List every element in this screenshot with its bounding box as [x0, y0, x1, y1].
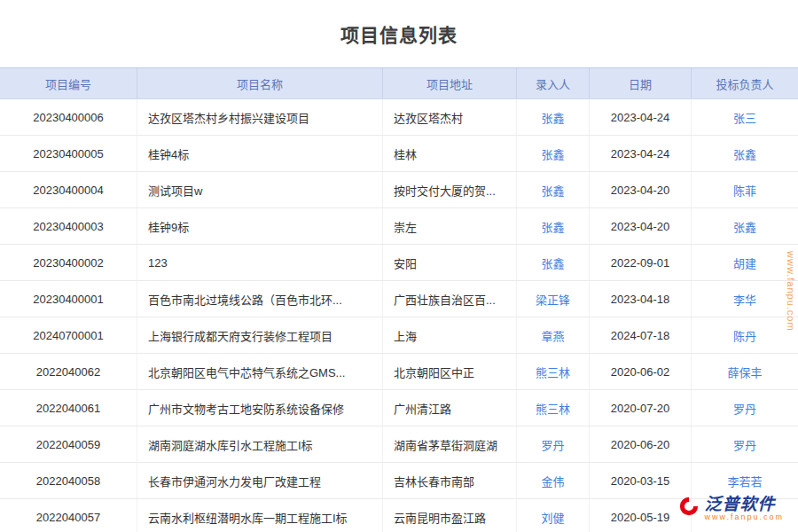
- table-body: 20230400006 达孜区塔杰村乡村振兴建设项目 达孜区塔杰村 张鑫 202…: [0, 99, 798, 532]
- project-address-cell: 广州清江路: [383, 390, 517, 426]
- bid-manager-link[interactable]: 张鑫: [692, 208, 798, 244]
- enterer-link[interactable]: 张鑫: [517, 172, 590, 207]
- table-row: 20230400006 达孜区塔杰村乡村振兴建设项目 达孜区塔杰村 张鑫 202…: [0, 99, 798, 136]
- header-project-code: 项目编号: [0, 68, 137, 98]
- project-name-cell: 长春市伊通河水力发电厂改建工程: [137, 463, 383, 498]
- header-bid-manager: 投标负责人: [692, 68, 798, 98]
- project-address-cell: 广西壮族自治区百...: [383, 281, 517, 317]
- enterer-link[interactable]: 熊三林: [517, 354, 590, 389]
- project-date-cell: 2020-06-20: [590, 426, 692, 462]
- project-address-cell: 崇左: [383, 208, 517, 244]
- project-name-cell: 123: [137, 245, 383, 280]
- project-address-cell: 北京朝阳区中正: [383, 354, 517, 389]
- table-row: 20240700001 上海银行成都天府支行装修工程项目 上海 章燕 2024-…: [0, 317, 798, 354]
- enterer-link[interactable]: 梁正锋: [517, 281, 590, 317]
- bid-manager-link[interactable]: 薛保丰: [692, 354, 798, 389]
- table-row: 20230400005 桂钟4标 桂林 张鑫 2023-04-24 张鑫: [0, 136, 798, 172]
- table-row: 2022040058 长春市伊通河水力发电厂改建工程 吉林长春市南部 金伟 20…: [0, 463, 798, 499]
- enterer-link[interactable]: 金伟: [517, 463, 590, 498]
- project-date-cell: 2023-04-18: [590, 281, 692, 317]
- project-name-cell: 测试项目w: [137, 172, 383, 207]
- project-code-cell: 2022040061: [0, 390, 137, 426]
- project-date-cell: 2023-04-24: [590, 99, 692, 135]
- bid-manager-link[interactable]: 张鑫: [692, 136, 798, 171]
- project-address-cell: 吉林长春市南部: [383, 463, 517, 498]
- project-name-cell: 桂钟9标: [137, 208, 383, 244]
- table-row: 2022040059 湖南洞庭湖水库引水工程施工I标 湖南省茅草街洞庭湖 罗丹 …: [0, 426, 798, 463]
- table-row: 2022040062 北京朝阳区电气中芯特气系统之GMS... 北京朝阳区中正 …: [0, 354, 798, 390]
- table-row: 20230400002 123 安阳 张鑫 2022-09-01 胡建: [0, 245, 798, 281]
- project-date-cell: 2022-09-01: [590, 245, 692, 280]
- page-header: 项目信息列表: [0, 0, 798, 67]
- project-address-cell: 上海: [383, 317, 517, 353]
- enterer-link[interactable]: 张鑫: [517, 208, 590, 244]
- project-code-cell: 2022040057: [0, 499, 137, 532]
- enterer-link[interactable]: 熊三林: [517, 390, 590, 426]
- project-table: 项目编号 项目名称 项目地址 录入人 日期 投标负责人 20230400006 …: [0, 67, 798, 532]
- project-date-cell: 2020-07-20: [590, 390, 692, 426]
- page-title: 项目信息列表: [340, 20, 458, 47]
- project-info-list-page: 项目信息列表 项目编号 项目名称 项目地址 录入人 日期 投标负责人 20230…: [0, 0, 798, 532]
- project-date-cell: 2020-03-15: [590, 463, 692, 498]
- project-name-cell: 湖南洞庭湖水库引水工程施工I标: [137, 426, 383, 462]
- header-project-address: 项目地址: [383, 68, 517, 98]
- project-code-cell: 2022040059: [0, 426, 137, 462]
- table-row: 20230400001 百色市南北过境线公路（百色市北环... 广西壮族自治区百…: [0, 281, 798, 317]
- bid-manager-link[interactable]: [692, 499, 798, 532]
- project-date-cell: 2020-05-19: [590, 499, 692, 532]
- enterer-link[interactable]: 章燕: [517, 317, 590, 353]
- project-date-cell: 2020-06-02: [590, 354, 692, 389]
- table-header-row: 项目编号 项目名称 项目地址 录入人 日期 投标负责人: [0, 67, 798, 99]
- project-code-cell: 2022040058: [0, 463, 137, 498]
- project-address-cell: 云南昆明市盈江路: [383, 499, 517, 532]
- project-code-cell: 2022040062: [0, 354, 137, 389]
- project-date-cell: 2024-07-18: [590, 317, 692, 353]
- project-code-cell: 20230400006: [0, 99, 137, 135]
- bid-manager-link[interactable]: 陈丹: [692, 317, 798, 353]
- table-row: 20230400003 桂钟9标 崇左 张鑫 2023-04-20 张鑫: [0, 208, 798, 245]
- bid-manager-link[interactable]: 张三: [692, 99, 798, 135]
- bid-manager-link[interactable]: 李华: [692, 281, 798, 317]
- project-date-cell: 2023-04-24: [590, 136, 692, 171]
- table-row: 2022040057 云南水利枢纽潜明水库一期工程施工I标 云南昆明市盈江路 刘…: [0, 499, 798, 532]
- project-code-cell: 20230400002: [0, 245, 137, 280]
- enterer-link[interactable]: 张鑫: [517, 245, 590, 280]
- bid-manager-link[interactable]: 李若若: [692, 463, 798, 498]
- project-code-cell: 20230400005: [0, 136, 137, 171]
- header-enterer: 录入人: [517, 68, 590, 98]
- project-address-cell: 桂林: [383, 136, 517, 171]
- project-name-cell: 达孜区塔杰村乡村振兴建设项目: [137, 99, 383, 135]
- bid-manager-link[interactable]: 胡建: [692, 245, 798, 280]
- project-code-cell: 20240700001: [0, 317, 137, 353]
- bid-manager-link[interactable]: 罗丹: [692, 390, 798, 426]
- project-name-cell: 北京朝阳区电气中芯特气系统之GMS...: [137, 354, 383, 389]
- enterer-link[interactable]: 张鑫: [517, 99, 590, 135]
- enterer-link[interactable]: 刘健: [517, 499, 590, 532]
- project-code-cell: 20230400004: [0, 172, 137, 207]
- enterer-link[interactable]: 罗丹: [517, 426, 590, 462]
- project-address-cell: 安阳: [383, 245, 517, 280]
- project-code-cell: 20230400003: [0, 208, 137, 244]
- project-name-cell: 广州市文物考古工地安防系统设备保修: [137, 390, 383, 426]
- project-date-cell: 2023-04-20: [590, 208, 692, 244]
- project-name-cell: 桂钟4标: [137, 136, 383, 171]
- project-address-cell: 按时交付大厦的贺...: [383, 172, 517, 207]
- project-date-cell: 2023-04-20: [590, 172, 692, 207]
- table-row: 2022040061 广州市文物考古工地安防系统设备保修 广州清江路 熊三林 2…: [0, 390, 798, 426]
- header-date: 日期: [590, 68, 692, 98]
- bid-manager-link[interactable]: 罗丹: [692, 426, 798, 462]
- project-name-cell: 云南水利枢纽潜明水库一期工程施工I标: [137, 499, 383, 532]
- project-name-cell: 上海银行成都天府支行装修工程项目: [137, 317, 383, 353]
- header-project-name: 项目名称: [137, 68, 383, 98]
- project-address-cell: 湖南省茅草街洞庭湖: [383, 426, 517, 462]
- bid-manager-link[interactable]: 陈菲: [692, 172, 798, 207]
- table-row: 20230400004 测试项目w 按时交付大厦的贺... 张鑫 2023-04…: [0, 172, 798, 208]
- project-address-cell: 达孜区塔杰村: [383, 99, 517, 135]
- project-code-cell: 20230400001: [0, 281, 137, 317]
- project-name-cell: 百色市南北过境线公路（百色市北环...: [137, 281, 383, 317]
- enterer-link[interactable]: 张鑫: [517, 136, 590, 171]
